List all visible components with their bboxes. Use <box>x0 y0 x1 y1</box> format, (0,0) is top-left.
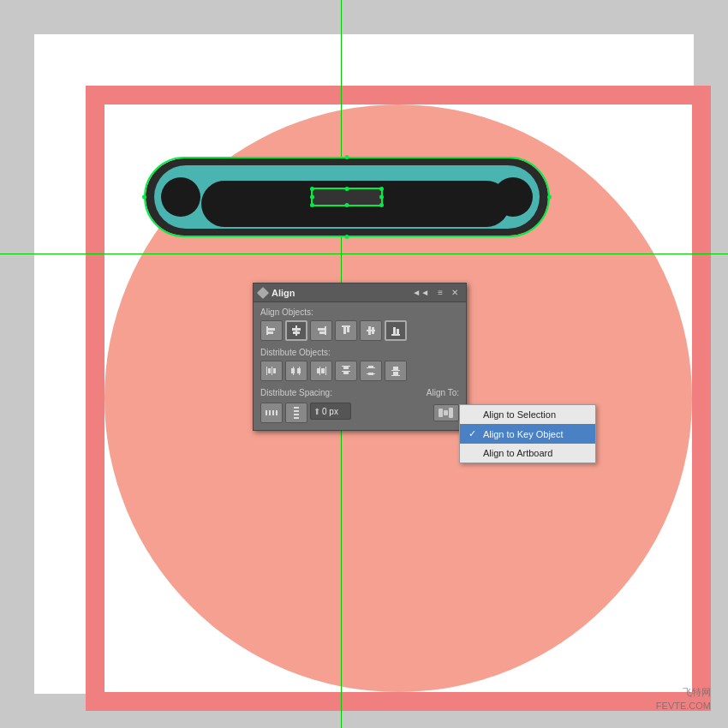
distribute-v-space-btn[interactable] <box>285 403 307 423</box>
anchor-connector-left <box>142 195 146 200</box>
anchor-left-mid <box>310 195 314 200</box>
svg-rect-27 <box>325 367 326 375</box>
align-to-label: Align To: <box>427 388 459 397</box>
svg-rect-41 <box>393 372 398 376</box>
svg-rect-21 <box>273 368 276 373</box>
svg-rect-16 <box>393 327 396 334</box>
svg-rect-2 <box>268 331 273 334</box>
crosshair-horizontal <box>0 254 728 254</box>
svg-rect-8 <box>319 331 325 334</box>
distribute-top-btn[interactable] <box>335 361 357 381</box>
anchor-bl <box>310 203 314 207</box>
watermark-line1: 飞特网 <box>656 686 711 699</box>
svg-rect-0 <box>266 326 268 335</box>
svg-rect-32 <box>343 367 349 369</box>
svg-rect-18 <box>266 367 267 375</box>
check-artboard <box>468 448 479 458</box>
svg-rect-19 <box>272 367 272 375</box>
svg-rect-50 <box>439 409 443 417</box>
svg-rect-52 <box>449 408 453 418</box>
svg-rect-45 <box>272 410 274 415</box>
distribute-right-btn[interactable] <box>310 361 332 381</box>
dropdown-item-artboard-label: Align to Artboard <box>483 448 552 458</box>
distribute-bottom-btn[interactable] <box>385 361 407 381</box>
svg-rect-28 <box>317 368 320 373</box>
watermark-line2: FEVTE.COM <box>656 700 711 713</box>
svg-rect-14 <box>372 327 374 334</box>
align-to-dropdown-btn[interactable] <box>433 404 459 421</box>
distribute-spacing-label: Distribute Spacing: <box>260 388 332 397</box>
anchor-tl <box>310 187 314 191</box>
distribute-objects-label: Distribute Objects: <box>260 348 459 357</box>
check-selection <box>468 409 479 420</box>
watermark: 飞特网 FEVTE.COM <box>656 686 711 713</box>
usb-connector <box>146 158 548 236</box>
dropdown-item-artboard[interactable]: Align to Artboard <box>460 444 595 462</box>
svg-rect-43 <box>276 410 277 415</box>
spacing-input-wrapper: ⬆ 0 px <box>310 403 351 420</box>
svg-rect-47 <box>294 417 299 419</box>
anchor-connector-bot <box>345 235 349 239</box>
svg-rect-37 <box>368 373 373 375</box>
svg-rect-49 <box>294 414 299 415</box>
align-top-btn[interactable] <box>335 320 357 341</box>
panel-title: Align <box>272 288 295 298</box>
align-to-dropdown-menu: Align to Selection ✓ Align to Key Object… <box>459 404 596 463</box>
svg-rect-51 <box>444 410 448 415</box>
align-objects-row <box>260 320 459 341</box>
align-center-h-btn[interactable] <box>285 320 307 341</box>
panel-close-btn[interactable]: ✕ <box>449 287 461 298</box>
tab-selection-outline <box>311 188 383 206</box>
align-to-controls: Align to Selection ✓ Align to Key Object… <box>433 404 459 421</box>
panel-title-area: Align <box>259 288 295 298</box>
distribute-center-h-btn[interactable] <box>285 361 307 381</box>
anchor-top-mid <box>345 187 349 191</box>
distribute-left-btn[interactable] <box>260 361 283 381</box>
svg-rect-13 <box>368 326 371 335</box>
panel-body: Align Objects: <box>254 302 466 430</box>
dropdown-item-selection-label: Align to Selection <box>483 409 556 420</box>
dropdown-item-key-object[interactable]: ✓ Align to Key Object <box>460 424 595 444</box>
svg-rect-4 <box>292 328 301 331</box>
svg-rect-24 <box>291 368 295 373</box>
dropdown-item-selection[interactable]: Align to Selection <box>460 405 595 424</box>
align-bottom-btn[interactable] <box>385 320 407 341</box>
anchor-connector-right <box>547 195 552 200</box>
svg-rect-15 <box>391 334 400 336</box>
svg-rect-36 <box>368 366 373 368</box>
svg-rect-10 <box>343 327 346 334</box>
panel-menu-btn[interactable]: ≡ <box>435 287 445 298</box>
anchor-br <box>379 203 384 207</box>
align-panel: Align ◄◄ ≡ ✕ Align Objects: <box>253 283 467 431</box>
svg-rect-30 <box>342 366 350 367</box>
svg-rect-17 <box>397 329 399 334</box>
spacing-input[interactable]: 0 px <box>322 407 348 416</box>
svg-rect-33 <box>343 372 349 374</box>
align-objects-label: Align Objects: <box>260 307 459 317</box>
svg-rect-42 <box>266 410 267 415</box>
align-left-btn[interactable] <box>260 320 283 341</box>
distribute-objects-row <box>260 361 459 381</box>
svg-rect-6 <box>325 326 326 335</box>
anchor-right-mid <box>379 195 384 200</box>
svg-rect-44 <box>269 410 271 415</box>
svg-rect-5 <box>293 331 300 334</box>
svg-rect-25 <box>297 368 301 373</box>
canvas-area: Align ◄◄ ≡ ✕ Align Objects: <box>0 0 728 728</box>
svg-rect-11 <box>347 327 349 332</box>
align-right-btn[interactable] <box>310 320 332 341</box>
distribute-h-space-btn[interactable] <box>260 403 283 423</box>
svg-rect-48 <box>294 410 299 412</box>
distribute-spacing-row: Distribute Spacing: Align To: <box>260 388 459 397</box>
svg-rect-7 <box>318 328 325 331</box>
panel-titlebar: Align ◄◄ ≡ ✕ <box>254 283 466 302</box>
svg-rect-20 <box>268 368 271 373</box>
panel-collapse-btn[interactable]: ◄◄ <box>409 287 432 298</box>
panel-controls: ◄◄ ≡ ✕ <box>409 287 461 298</box>
svg-rect-9 <box>342 325 350 327</box>
align-middle-v-btn[interactable] <box>360 320 382 341</box>
anchor-bot-mid <box>345 203 349 207</box>
distribute-middle-v-btn[interactable] <box>360 361 382 381</box>
anchor-tr <box>379 187 384 191</box>
svg-rect-46 <box>294 407 299 409</box>
